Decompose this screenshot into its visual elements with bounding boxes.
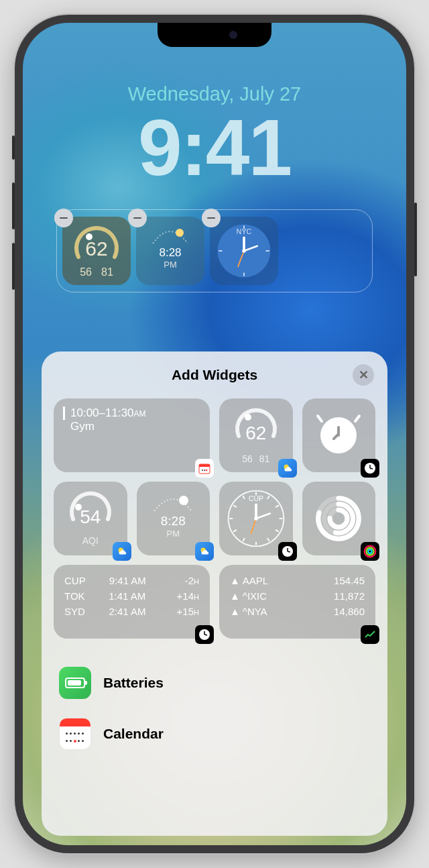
- svg-line-21: [370, 468, 373, 469]
- widget-preview-alarm[interactable]: [302, 398, 376, 472]
- svg-point-14: [202, 470, 203, 471]
- temperature-high: 81: [101, 266, 113, 278]
- app-label: Batteries: [103, 675, 164, 691]
- screen: Wednesday, July 27 9:41 62 56 81 8:28 PM: [23, 23, 406, 845]
- weather-app-badge-icon: [113, 542, 131, 561]
- widget-slot-sunset[interactable]: 8:28 PM: [136, 217, 204, 285]
- svg-line-32: [267, 496, 269, 499]
- sun-path-icon: [149, 223, 192, 248]
- app-list-item-calendar[interactable]: Calendar: [54, 708, 375, 759]
- widget-slot-weather[interactable]: 62 56 81: [62, 217, 131, 285]
- sunset-ampm: PM: [167, 529, 180, 539]
- svg-line-36: [243, 538, 245, 541]
- widget-preview-stocks[interactable]: ▲AAPL 154.45 ▲^IXIC 11,872 ▲^NYA 14,860: [219, 565, 375, 639]
- widget-preview-aqi[interactable]: 54 AQI: [54, 482, 127, 555]
- mute-switch: [12, 135, 15, 160]
- widget-preview-world-clock-list[interactable]: CUP 9:41 AM -2H TOK 1:41 AM +14H SYD 2:4…: [54, 565, 210, 639]
- calendar-app-badge-icon: [195, 459, 214, 478]
- svg-line-46: [288, 551, 290, 552]
- close-button[interactable]: ✕: [353, 364, 374, 386]
- iphone-frame: Wednesday, July 27 9:41 62 56 81 8:28 PM: [15, 15, 414, 853]
- world-clock-row: SYD 2:41 AM +15H: [64, 604, 199, 619]
- weather-app-badge-icon: [195, 542, 214, 561]
- svg-point-24: [179, 496, 188, 505]
- widget-preview-weather-gauge[interactable]: 62 56 81: [219, 398, 293, 472]
- svg-point-15: [204, 470, 205, 471]
- svg-line-37: [233, 530, 237, 532]
- temperature-high: 81: [259, 453, 270, 464]
- svg-line-34: [275, 530, 279, 532]
- svg-line-39: [243, 496, 245, 499]
- svg-text:CUP: CUP: [249, 495, 263, 502]
- widget-preview-fitness-rings[interactable]: [302, 482, 376, 555]
- svg-rect-59: [363, 628, 377, 641]
- widget-preview-analog-clock[interactable]: CUP: [219, 482, 293, 555]
- gauge-arc-icon: [62, 487, 119, 527]
- svg-point-11: [242, 249, 245, 252]
- widget-preview-sunset[interactable]: 8:28 PM: [137, 482, 210, 555]
- sunset-ampm: PM: [164, 260, 177, 270]
- up-triangle-icon: ▲: [230, 590, 240, 602]
- calendar-ampm: AM: [134, 409, 146, 419]
- side-button: [414, 203, 417, 276]
- svg-point-16: [206, 470, 208, 472]
- clock-app-badge-icon: [195, 625, 214, 644]
- calendar-time-range: 10:00–11:30: [70, 406, 134, 419]
- app-list-item-batteries[interactable]: Batteries: [54, 657, 375, 708]
- widget-slot-worldclock[interactable]: NYC: [210, 217, 278, 285]
- sheet-title: Add Widgets: [172, 367, 257, 383]
- volume-up-button: [12, 182, 15, 229]
- clock-app-badge-icon: [361, 459, 379, 478]
- activity-rings-icon: [314, 494, 363, 543]
- sun-path-icon: [149, 490, 197, 517]
- temperature-low: 56: [80, 266, 92, 278]
- clock-app-badge-icon: [278, 542, 297, 561]
- stock-row: ▲^IXIC 11,872: [230, 588, 365, 604]
- svg-line-33: [275, 505, 279, 507]
- svg-point-43: [254, 517, 258, 521]
- widget-preview-calendar[interactable]: 10:00–11:30AM Gym: [54, 398, 210, 472]
- gauge-arc-icon: [228, 404, 284, 444]
- svg-point-55: [368, 549, 372, 553]
- svg-line-41: [256, 513, 270, 519]
- world-clock-row: TOK 1:41 AM +14H: [64, 588, 199, 604]
- batteries-app-icon: [59, 667, 91, 699]
- stocks-app-badge-icon: [361, 625, 379, 644]
- svg-point-17: [245, 414, 251, 421]
- stock-row: ▲AAPL 154.45: [230, 573, 365, 588]
- fitness-app-badge-icon: [361, 542, 379, 561]
- svg-line-42: [251, 519, 256, 534]
- gauge-arc-icon: [68, 222, 125, 266]
- analog-clock-icon: NYC: [214, 221, 274, 281]
- stock-row: ▲^NYA 14,860: [230, 604, 365, 619]
- svg-line-35: [267, 538, 269, 541]
- svg-line-58: [204, 635, 207, 635]
- add-widgets-sheet: Add Widgets ✕ 10:00–11:30AM Gym 62 56: [42, 351, 387, 836]
- svg-point-0: [86, 233, 93, 240]
- widget-bar[interactable]: 62 56 81 8:28 PM NYC: [56, 209, 373, 292]
- weather-app-badge-icon: [278, 459, 297, 478]
- alarm-bells-icon: [315, 413, 362, 427]
- aqi-label: AQI: [82, 535, 99, 546]
- battery-icon: [65, 677, 85, 688]
- svg-line-38: [233, 505, 237, 507]
- calendar-app-icon: [59, 718, 91, 750]
- up-triangle-icon: ▲: [230, 575, 240, 586]
- sunset-time: 8:28: [159, 246, 181, 259]
- lockscreen-time[interactable]: 9:41: [23, 102, 406, 193]
- volume-down-button: [12, 243, 15, 290]
- notch: [158, 23, 271, 47]
- svg-point-1: [176, 229, 184, 237]
- world-clock-row: CUP 9:41 AM -2H: [64, 573, 199, 588]
- analog-clock-icon: CUP: [225, 487, 288, 550]
- svg-point-22: [75, 504, 82, 510]
- temperature-low: 56: [242, 453, 253, 464]
- remove-widget-button[interactable]: [128, 209, 147, 227]
- up-triangle-icon: ▲: [230, 606, 240, 617]
- calendar-event-title: Gym: [70, 420, 95, 433]
- app-label: Calendar: [103, 726, 164, 742]
- svg-rect-13: [199, 464, 210, 467]
